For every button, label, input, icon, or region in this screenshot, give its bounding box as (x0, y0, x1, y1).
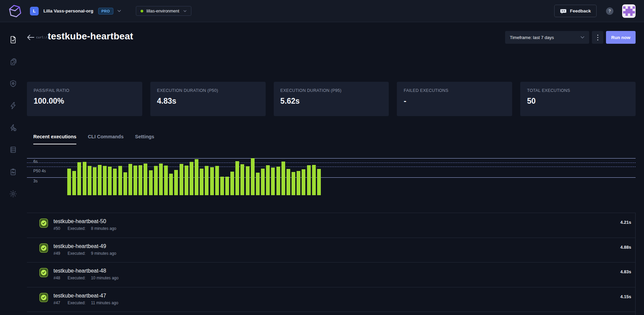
duration-bar[interactable] (276, 167, 280, 195)
duration-bar[interactable] (180, 164, 183, 195)
duration-bar[interactable] (190, 162, 193, 195)
duration-bar[interactable] (174, 170, 178, 195)
duration-bar[interactable] (261, 169, 265, 196)
duration-bar[interactable] (281, 162, 285, 195)
sidebar-item-triggers[interactable] (6, 121, 20, 135)
duration-bar[interactable] (256, 173, 260, 196)
duration-bar[interactable] (225, 177, 229, 196)
duration-bar[interactable] (93, 167, 97, 195)
executed-label: Executed: (68, 276, 85, 280)
duration-bar[interactable] (307, 165, 311, 195)
duration-bar[interactable] (103, 166, 107, 195)
environment-status-dot (141, 10, 143, 12)
duration-bar[interactable] (159, 164, 163, 195)
sidebar-item-webhooks[interactable] (6, 99, 20, 112)
sidebar-item-sources[interactable] (6, 143, 20, 156)
duration-bar[interactable] (240, 164, 244, 196)
topbar-right-cluster: Feedback ? (554, 4, 636, 18)
execution-row[interactable]: testkube-heartbeat-50#50Executed:8 minut… (27, 213, 635, 238)
duration-bar[interactable] (312, 165, 316, 195)
execution-duration: 4.83s (620, 269, 631, 274)
execution-row[interactable]: testkube-heartbeat-47#47Executed:11 minu… (27, 287, 635, 312)
metric-value: 4.83s (157, 97, 259, 106)
feedback-button[interactable]: Feedback (554, 5, 597, 17)
metric-label: PASS/FAIL RATIO (34, 88, 136, 93)
page-title: testkube-heartbeat (48, 31, 133, 42)
execution-status (39, 243, 48, 254)
environment-selector[interactable]: lillas-environment (136, 6, 191, 16)
duration-bar[interactable] (134, 166, 137, 195)
metric-card: FAILED EXECUTIONS- (397, 82, 512, 116)
next-row-separator (27, 312, 635, 315)
sidebar-item-executors[interactable] (6, 77, 20, 91)
execution-duration: 4.15s (620, 294, 631, 299)
duration-bar[interactable] (123, 172, 127, 196)
execution-duration: 4.21s (620, 220, 631, 225)
duration-bar[interactable] (185, 166, 188, 195)
execution-text: testkube-heartbeat-48#48Executed:10 minu… (53, 268, 118, 280)
help-button[interactable]: ? (606, 7, 613, 15)
duration-bar[interactable] (246, 166, 250, 195)
duration-bar[interactable] (128, 164, 132, 195)
execution-text: testkube-heartbeat-50#50Executed:8 minut… (53, 218, 116, 231)
duration-bar[interactable] (164, 166, 168, 195)
axis-label-p50-4s: P50 4s (33, 169, 46, 173)
tab-recent-executions[interactable]: Recent executions (33, 134, 76, 144)
execution-time: 11 minutes ago (91, 301, 118, 305)
duration-bar[interactable] (195, 159, 198, 195)
duration-bar[interactable] (210, 167, 214, 195)
execution-row[interactable]: testkube-heartbeat-48#48Executed:10 minu… (27, 262, 635, 287)
user-avatar[interactable] (622, 4, 636, 18)
sidebar-item-test-suites[interactable] (6, 55, 20, 69)
axis-label-3s: 3s (33, 179, 38, 183)
passed-status-icon (39, 293, 48, 302)
duration-bar[interactable] (200, 169, 203, 195)
sidebar-item-tests[interactable] (6, 33, 20, 46)
tab-settings[interactable]: Settings (135, 134, 154, 144)
duration-bar[interactable] (297, 171, 300, 195)
execution-meta: #50Executed:8 minutes ago (53, 226, 116, 231)
duration-bar[interactable] (235, 161, 239, 195)
metric-value: 50 (527, 97, 629, 106)
duration-bar[interactable] (251, 158, 255, 195)
duration-bar[interactable] (317, 169, 321, 195)
duration-bar[interactable] (149, 170, 153, 195)
testkube-logo-icon[interactable] (8, 3, 23, 19)
execution-row[interactable]: testkube-heartbeat-49#49Executed:9 minut… (27, 238, 635, 262)
duration-bar[interactable] (118, 166, 122, 195)
execution-time: 9 minutes ago (91, 251, 116, 256)
back-button[interactable] (26, 34, 35, 42)
execution-meta: #49Executed:9 minutes ago (53, 251, 116, 256)
more-actions-button[interactable] (592, 31, 603, 44)
timeframe-dropdown[interactable]: Timeframe: last 7 days (505, 31, 589, 44)
duration-bar[interactable] (169, 174, 173, 195)
duration-bar[interactable] (266, 165, 270, 195)
duration-bar[interactable] (287, 169, 290, 195)
duration-bar[interactable] (108, 167, 112, 195)
duration-bar[interactable] (292, 172, 295, 195)
sidebar-item-status-pages[interactable] (6, 165, 20, 179)
duration-bar[interactable] (67, 169, 71, 195)
metric-label: FAILED EXECUTIONS (404, 88, 505, 93)
duration-bar[interactable] (72, 171, 76, 195)
duration-bar[interactable] (83, 162, 86, 195)
sidebar-item-settings[interactable] (6, 187, 20, 201)
duration-bar[interactable] (98, 165, 102, 195)
duration-bar[interactable] (88, 166, 91, 195)
duration-bar[interactable] (271, 168, 275, 195)
duration-bar[interactable] (205, 166, 209, 195)
duration-bar[interactable] (144, 164, 147, 195)
run-now-button[interactable]: Run now (606, 31, 636, 44)
duration-bar[interactable] (139, 165, 142, 195)
org-selector[interactable]: L Lilla Vass-personal-org PRO (30, 7, 121, 15)
duration-bar[interactable] (215, 166, 219, 195)
duration-bar[interactable] (220, 177, 224, 196)
tab-cli-commands[interactable]: CLI Commands (88, 134, 123, 144)
duration-bar[interactable] (113, 169, 117, 195)
duration-bar[interactable] (302, 169, 305, 195)
duration-bar[interactable] (77, 162, 81, 195)
duration-bar[interactable] (154, 166, 158, 195)
metric-card: EXECUTION DURATION (P95)5.62s (274, 82, 389, 116)
execution-meta: #47Executed:11 minutes ago (53, 301, 118, 305)
duration-bar[interactable] (230, 172, 234, 195)
